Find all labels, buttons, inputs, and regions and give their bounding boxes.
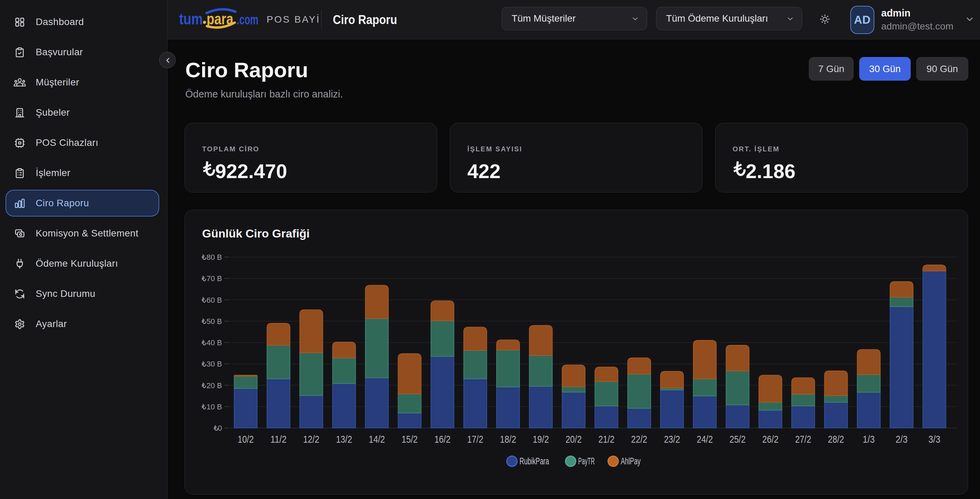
svg-text:20 B: 20 B (207, 381, 222, 390)
svg-text:23/2: 23/2 (664, 434, 680, 445)
svg-text:1/3: 1/3 (863, 434, 875, 445)
svg-text:.com: .com (237, 12, 258, 27)
svg-text:PayTR: PayTR (578, 456, 595, 466)
svg-text:2/3: 2/3 (896, 434, 908, 445)
svg-text:17/2: 17/2 (467, 434, 484, 445)
svg-text:3/3: 3/3 (929, 434, 940, 445)
svg-text:10 B: 10 B (207, 403, 222, 411)
svg-text:10/2: 10/2 (238, 434, 254, 445)
svg-text:0: 0 (218, 424, 222, 432)
svg-text:AhlPay: AhlPay (621, 456, 641, 466)
svg-text:28/2: 28/2 (828, 434, 844, 445)
svg-text:25/2: 25/2 (730, 434, 746, 445)
svg-text:40 B: 40 B (207, 338, 222, 347)
svg-text:RubikPara: RubikPara (520, 456, 549, 466)
svg-text:13/2: 13/2 (336, 434, 352, 445)
svg-text:60 B: 60 B (207, 296, 222, 305)
svg-text:12/2: 12/2 (303, 434, 320, 445)
svg-text:26/2: 26/2 (762, 434, 779, 445)
svg-text:19/2: 19/2 (533, 434, 549, 445)
svg-text:tum: tum (179, 10, 203, 28)
svg-text:80 B: 80 B (207, 253, 222, 261)
svg-text:30 B: 30 B (207, 360, 222, 368)
svg-text:18/2: 18/2 (500, 434, 516, 445)
svg-text:11/2: 11/2 (270, 434, 286, 445)
svg-text:70 B: 70 B (207, 274, 222, 283)
svg-text:24/2: 24/2 (697, 434, 713, 445)
svg-text:27/2: 27/2 (795, 434, 811, 445)
svg-text:22/2: 22/2 (631, 434, 647, 445)
svg-text:50 B: 50 B (207, 317, 222, 326)
svg-text:16/2: 16/2 (434, 434, 450, 445)
svg-text:15/2: 15/2 (401, 434, 418, 445)
svg-text:14/2: 14/2 (369, 434, 385, 445)
svg-text:20/2: 20/2 (565, 434, 582, 445)
svg-text:21/2: 21/2 (598, 434, 614, 445)
